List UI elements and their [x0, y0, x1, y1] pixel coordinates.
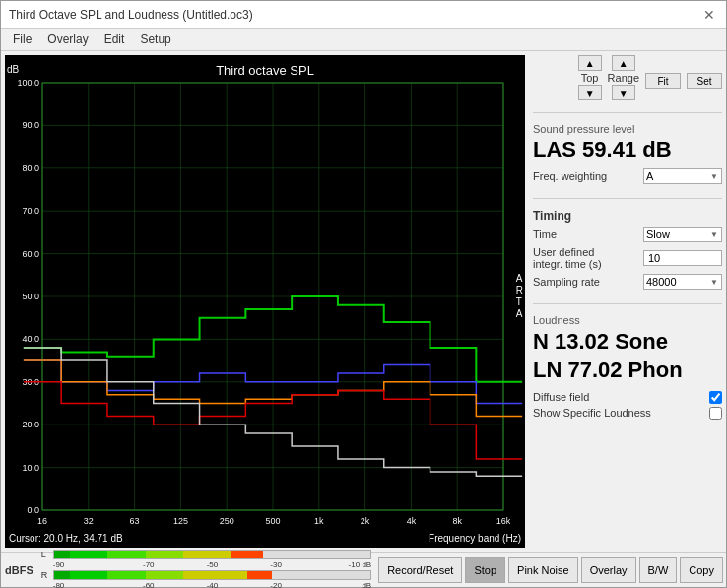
- sampling-rate-select[interactable]: 48000 44100 96000: [643, 274, 722, 290]
- cursor-info: Cursor: 20.0 Hz, 34.71 dB: [9, 533, 123, 544]
- tick-50: -50: [180, 560, 244, 569]
- time-label: Time: [533, 229, 557, 240]
- fit-nav-group: Fit: [645, 55, 681, 100]
- arta-label: ARTA: [516, 273, 523, 320]
- l-meter-row: L: [41, 550, 371, 559]
- loudness-section-label: Loudness: [533, 314, 722, 326]
- freq-label: Frequency band (Hz): [429, 533, 521, 544]
- l-red: [231, 551, 263, 558]
- show-specific-row: Show Specific Loudness: [533, 407, 722, 420]
- chart-area: Third octave SPL ARTA Cursor: 20.0 Hz, 3…: [5, 55, 525, 548]
- user-defined-input[interactable]: [643, 250, 722, 266]
- tick-r-20: -20: [244, 581, 308, 588]
- window-title: Third Octave SPL and Loudness (Untitled.…: [9, 8, 253, 22]
- sampling-rate-wrapper: 48000 44100 96000: [643, 274, 722, 290]
- range-label: Range: [608, 72, 639, 84]
- set-nav-group: Set: [687, 55, 722, 100]
- main-window: Third Octave SPL and Loudness (Untitled.…: [0, 0, 727, 588]
- divider-2: [533, 198, 722, 199]
- diffuse-field-checkbox[interactable]: [709, 391, 722, 404]
- ln-value: LN 77.02 Phon: [533, 357, 722, 385]
- l-green-2: [70, 551, 108, 558]
- freq-weighting-row: Freq. weighting A B C Z: [533, 168, 722, 184]
- spl-section-label: Sound pressure level: [533, 123, 722, 135]
- divider-1: [533, 112, 722, 113]
- r-green-3: [107, 571, 146, 579]
- menu-setup[interactable]: Setup: [132, 31, 178, 48]
- show-specific-label: Show Specific Loudness: [533, 407, 651, 419]
- r-channel-label: R: [41, 570, 51, 580]
- top-down-button[interactable]: ▼: [578, 85, 602, 100]
- chart-bottom-info: Cursor: 20.0 Hz, 34.71 dB Frequency band…: [5, 531, 525, 546]
- l-green-4: [146, 551, 184, 558]
- r-red: [247, 571, 273, 579]
- l-yellow: [183, 551, 231, 558]
- n-value: N 13.02 Sone: [533, 328, 722, 357]
- status-bar: dBFS L -90 -70 -50 -30: [1, 552, 726, 587]
- diffuse-field-row: Diffuse field: [533, 391, 722, 404]
- tick-70: -70: [116, 560, 180, 569]
- main-content: Third octave SPL ARTA Cursor: 20.0 Hz, 3…: [1, 51, 726, 552]
- r-green-1: [54, 571, 70, 579]
- range-up-button[interactable]: ▲: [612, 55, 635, 71]
- timing-section: Timing Time Slow Fast User defined integ…: [533, 209, 722, 294]
- bw-button[interactable]: B/W: [639, 557, 678, 583]
- menu-bar: File Overlay Edit Setup: [1, 29, 726, 51]
- show-specific-checkbox[interactable]: [709, 407, 722, 420]
- menu-overlay[interactable]: Overlay: [39, 31, 96, 48]
- range-nav-group: ▲ Range ▼: [608, 55, 639, 100]
- time-select[interactable]: Slow Fast: [643, 227, 722, 242]
- r-green-2: [70, 571, 108, 579]
- sampling-rate-row: Sampling rate 48000 44100 96000: [533, 274, 722, 290]
- user-defined-row: User defined integr. time (s): [533, 246, 722, 270]
- title-bar: Third Octave SPL and Loudness (Untitled.…: [1, 1, 726, 29]
- divider-3: [533, 303, 722, 304]
- spl-section: Sound pressure level LAS 59.41 dB Freq. …: [533, 123, 722, 188]
- l-channel-label: L: [41, 550, 51, 559]
- nav-controls: ▲ Top ▼ ▲ Range ▼ Fit Set: [533, 55, 722, 100]
- action-buttons: Record/Reset Stop Pink Noise Overlay B/W…: [375, 553, 726, 587]
- stop-button[interactable]: Stop: [465, 557, 505, 583]
- menu-edit[interactable]: Edit: [97, 31, 133, 48]
- tick-r-60: -60: [116, 581, 180, 588]
- l-green-1: [54, 551, 70, 558]
- right-panel: ▲ Top ▼ ▲ Range ▼ Fit Set: [529, 51, 726, 552]
- top-nav-group: ▲ Top ▼: [578, 55, 602, 100]
- sampling-rate-label: Sampling rate: [533, 276, 600, 288]
- fit-button[interactable]: Fit: [645, 73, 681, 89]
- l-meter-track: [53, 550, 371, 559]
- time-row: Time Slow Fast: [533, 227, 722, 242]
- diffuse-field-label: Diffuse field: [533, 391, 589, 403]
- tick-30: -30: [244, 560, 308, 569]
- l-green-3: [107, 551, 146, 558]
- set-button[interactable]: Set: [687, 73, 722, 89]
- close-button[interactable]: ✕: [700, 6, 718, 24]
- overlay-button[interactable]: Overlay: [581, 557, 636, 583]
- record-reset-button[interactable]: Record/Reset: [378, 557, 462, 583]
- spl-value: LAS 59.41 dB: [533, 137, 722, 163]
- range-down-button[interactable]: ▼: [612, 85, 635, 100]
- r-green-4: [146, 571, 184, 579]
- freq-weighting-label: Freq. weighting: [533, 170, 607, 182]
- loudness-section: Loudness N 13.02 Sone LN 77.02 Phon Diff…: [533, 314, 722, 422]
- freq-weighting-wrapper: A B C Z: [643, 168, 722, 184]
- top-label: Top: [581, 72, 599, 84]
- dbfs-label: dBFS: [1, 553, 37, 587]
- tick-r-40: -40: [180, 581, 244, 588]
- pink-noise-button[interactable]: Pink Noise: [508, 557, 578, 583]
- time-select-wrapper: Slow Fast: [643, 227, 722, 242]
- copy-button[interactable]: Copy: [680, 557, 723, 583]
- r-yellow: [183, 571, 246, 579]
- tick-10: -10 dB: [307, 560, 371, 569]
- r-meter-track: [53, 570, 371, 580]
- freq-weighting-select[interactable]: A B C Z: [643, 168, 722, 184]
- menu-file[interactable]: File: [5, 31, 39, 48]
- tick-r-db: dB: [307, 581, 371, 588]
- tick-r-80: -80: [53, 581, 117, 588]
- timing-section-label: Timing: [533, 209, 722, 223]
- chart-title: Third octave SPL: [5, 59, 525, 82]
- tick-90: -90: [53, 560, 117, 569]
- chart-canvas: [5, 55, 525, 548]
- user-defined-label: User defined integr. time (s): [533, 246, 602, 270]
- top-up-button[interactable]: ▲: [578, 55, 602, 71]
